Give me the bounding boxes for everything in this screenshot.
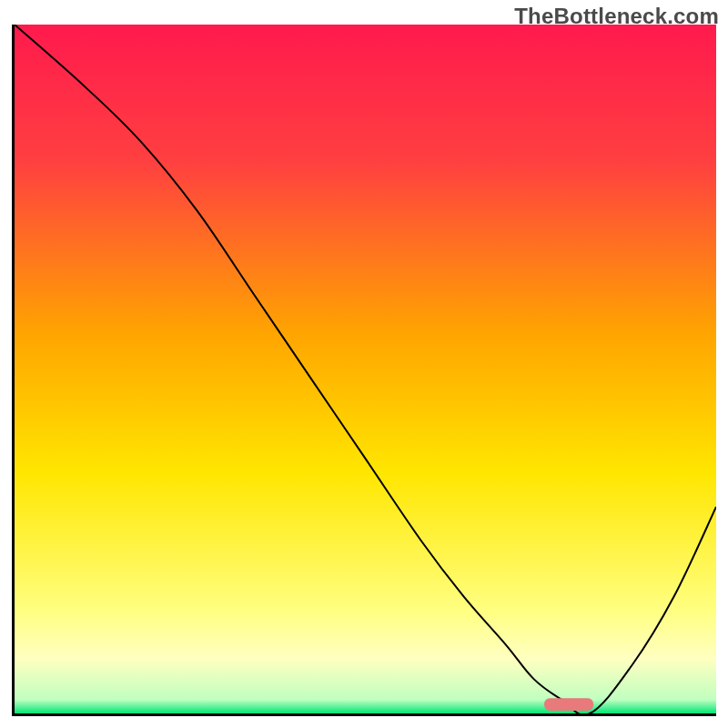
plot-area xyxy=(12,25,716,716)
chart-frame: TheBottleneck.com xyxy=(0,0,728,728)
chart-background xyxy=(15,25,716,713)
chart-svg xyxy=(15,25,716,713)
optimal-marker xyxy=(544,698,593,711)
